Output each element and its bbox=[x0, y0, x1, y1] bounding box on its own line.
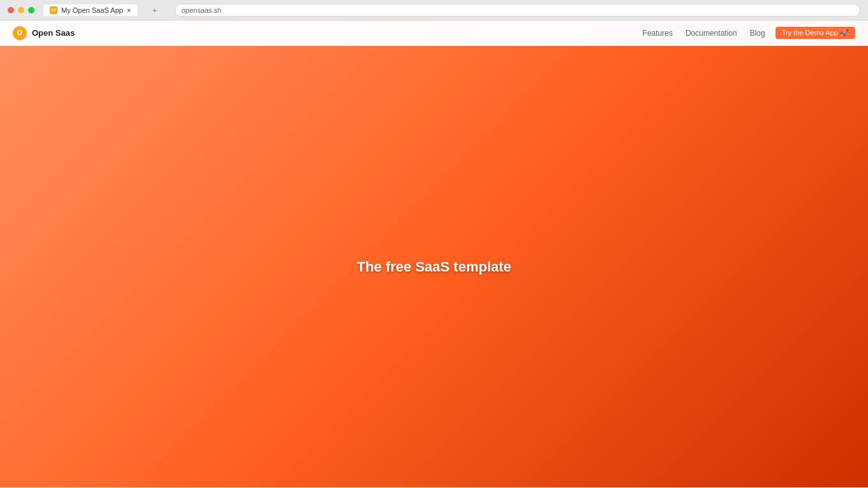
readme-content: Welcome to your new SaaS App! 🚀 P FEATUR… bbox=[10, 187, 858, 417]
video-container: 📹 open-saas-demo.mp4 ▾ W My Open SaaS Ap… bbox=[36, 310, 832, 332]
browser-screenshot: W My Open SaaS App × + opensaas.sh O Ope… bbox=[36, 310, 832, 332]
browser-content: O Open Saas Features Documentation Blog … bbox=[36, 310, 832, 332]
mock-hero-section: The free SaaS template bbox=[36, 310, 832, 332]
